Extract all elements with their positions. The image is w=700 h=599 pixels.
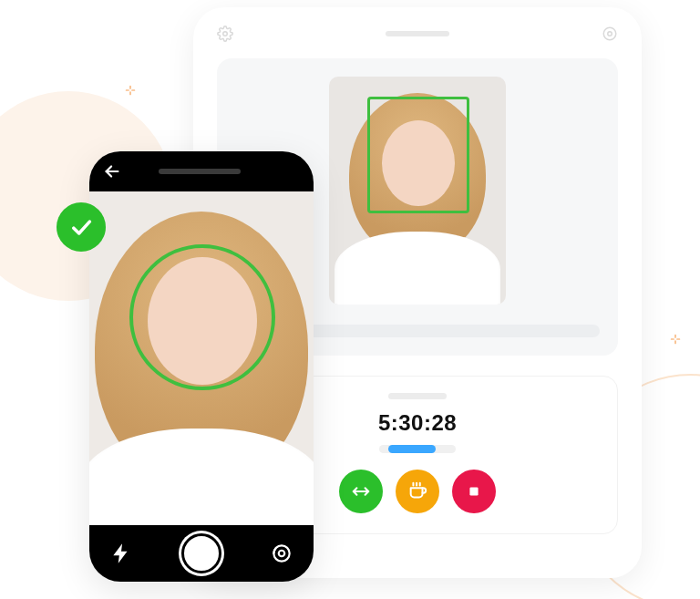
person-shirt: [89, 429, 314, 525]
shutter-button[interactable]: [181, 533, 221, 573]
flash-icon: [109, 542, 133, 565]
flip-camera-button[interactable]: [270, 542, 293, 565]
break-button[interactable]: [396, 470, 439, 513]
face-detection-rect: [367, 97, 469, 213]
face-detection-circle: [129, 244, 275, 390]
gear-icon[interactable]: [217, 26, 233, 42]
sparkle-icon: [124, 84, 137, 97]
action-buttons: [339, 470, 496, 513]
stop-button[interactable]: [452, 470, 496, 513]
back-arrow-icon[interactable]: [102, 161, 122, 181]
sparkle-icon: [669, 333, 682, 346]
flip-camera-icon: [270, 542, 293, 565]
coffee-icon: [407, 481, 427, 501]
verified-badge: [57, 202, 106, 252]
svg-point-0: [223, 32, 228, 36]
swap-button[interactable]: [339, 470, 383, 513]
tablet-status-bar: [217, 26, 618, 42]
selfie-switch-icon[interactable]: [602, 26, 618, 42]
swap-icon: [351, 481, 371, 501]
timer-value: 5:30:28: [378, 410, 457, 436]
svg-point-1: [603, 27, 616, 40]
person-shirt: [335, 232, 500, 305]
camera-controls: [89, 525, 314, 582]
phone-device: [89, 151, 314, 582]
check-icon: [68, 214, 94, 240]
verification-photo: [329, 77, 506, 305]
timer-progress-track: [379, 445, 456, 453]
flash-button[interactable]: [109, 542, 133, 565]
svg-point-2: [608, 32, 612, 36]
stop-icon: [464, 481, 484, 501]
phone-speaker: [159, 169, 241, 174]
svg-rect-6: [469, 487, 478, 495]
timer-progress-fill: [388, 445, 436, 453]
phone-nav-bar: [89, 151, 314, 191]
tablet-home-indicator: [386, 31, 449, 36]
timer-header-placeholder: [388, 393, 447, 399]
camera-viewport: [89, 191, 314, 525]
svg-point-8: [279, 551, 285, 557]
